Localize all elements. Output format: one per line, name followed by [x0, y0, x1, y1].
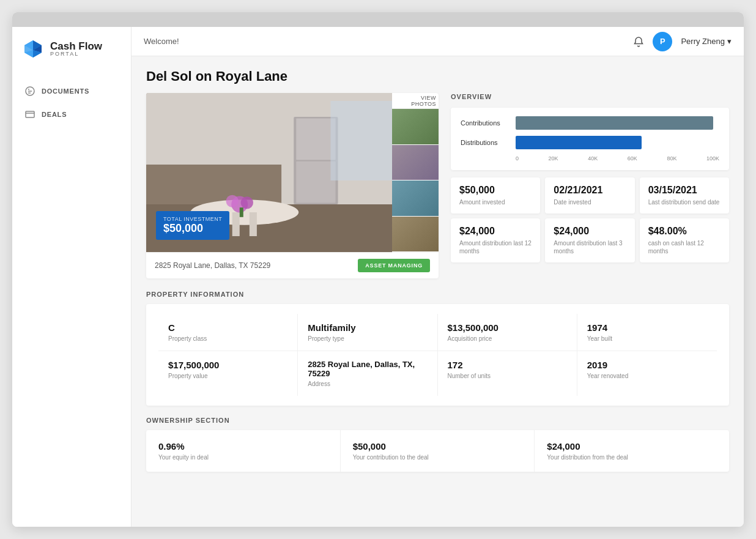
svg-rect-13	[296, 119, 335, 160]
info-property-type-label: Property type	[308, 335, 427, 342]
info-year-renovated-value: 2019	[587, 360, 707, 370]
header-right: P Perry Zheng ▾	[633, 32, 732, 51]
stat-dist-3mo-label: Amount distribution last 3 months	[554, 239, 626, 255]
ownership-distribution-label: Your distribution from the deal	[547, 454, 717, 461]
svg-point-19	[226, 195, 239, 207]
main-layout: Cash Flow PORTAL DOCUMENTS	[12, 27, 744, 527]
property-card: Total investment $50,000 VIEW PHOTOS	[146, 93, 439, 278]
info-num-units-value: 172	[448, 360, 567, 370]
contributions-label: Contributions	[461, 119, 510, 127]
overview-chart: Contributions Distributions	[451, 108, 729, 170]
stat-dist-12mo-label: Amount distribution last 12 months	[459, 239, 532, 255]
overview-title: OVERVIEW	[451, 93, 729, 100]
property-footer: 2825 Royal Lane, Dallas, TX 75229 ASSET …	[146, 252, 439, 278]
stat-dist-12mo: $24,000 Amount distribution last 12 mont…	[451, 218, 540, 262]
info-property-value-label: Property value	[168, 373, 287, 379]
svg-rect-14	[296, 162, 335, 203]
sidebar-nav: DOCUMENTS DEALS	[12, 75, 131, 131]
sidebar-item-documents[interactable]: DOCUMENTS	[12, 80, 131, 103]
ownership-equity: 0.96% Your equity in deal	[146, 430, 341, 472]
axis-60k: 60K	[628, 155, 637, 162]
thumbnail-2[interactable]	[392, 145, 439, 181]
sidebar-deals-label: DEALS	[42, 111, 67, 118]
user-menu[interactable]: Perry Zheng ▾	[681, 37, 732, 46]
info-property-class: C Property class	[158, 314, 298, 351]
info-property-type: Multifamily Property type	[298, 314, 437, 351]
page-title: Del Sol on Royal Lane	[146, 69, 729, 84]
logo: Cash Flow PORTAL	[12, 27, 131, 75]
info-address-label: Address	[308, 381, 427, 387]
overview-card: OVERVIEW Contributions Distributions	[451, 93, 729, 278]
investment-amount: $50,000	[163, 222, 222, 235]
logo-text: Cash Flow PORTAL	[50, 41, 102, 58]
svg-rect-21	[240, 207, 243, 217]
stat-date-invested: 02/21/2021 Date invested	[545, 177, 634, 214]
property-address: 2825 Royal Lane, Dallas, TX 75229	[155, 261, 270, 270]
stat-date-invested-value: 02/21/2021	[554, 185, 626, 196]
chart-row-contributions: Contributions	[461, 116, 719, 130]
info-year-built: 1974 Year built	[577, 314, 717, 351]
stat-cash-on-cash-value: $48.00%	[648, 226, 721, 237]
stats-grid: $50,000 Amount invested 02/21/2021 Date …	[451, 177, 729, 262]
property-info-section: PROPERTY INFORMATION C Property class Mu…	[146, 291, 729, 406]
ownership-distribution: $24,000 Your distribution from the deal	[535, 430, 729, 472]
asset-managing-button[interactable]: ASSET MANAGING	[358, 259, 430, 272]
investment-label: Total investment	[163, 216, 222, 222]
notification-bell-icon[interactable]	[633, 36, 644, 47]
distributions-label: Distributions	[461, 139, 510, 146]
stat-cash-on-cash: $48.00% cash on cash last 12 months	[640, 218, 729, 262]
stat-date-invested-label: Date invested	[554, 198, 626, 206]
svg-rect-22	[331, 101, 393, 180]
sidebar-item-deals[interactable]: DEALS	[12, 103, 131, 126]
distributions-bar	[516, 136, 642, 149]
header: Welcome! P Perry Zheng ▾	[132, 27, 744, 56]
user-name-text: Perry Zheng	[681, 37, 725, 46]
sidebar: Cash Flow PORTAL DOCUMENTS	[12, 27, 132, 527]
ownership-equity-value: 0.96%	[158, 441, 328, 452]
stat-last-distribution: 03/15/2021 Last distribution send date	[640, 177, 729, 214]
logo-portal-text: PORTAL	[50, 51, 102, 58]
ownership-contribution: $50,000 Your contribution to the deal	[341, 430, 535, 472]
axis-80k: 80K	[667, 155, 676, 162]
ownership-contribution-value: $50,000	[353, 441, 522, 452]
ownership-equity-label: Your equity in deal	[158, 454, 328, 461]
svg-rect-11	[146, 165, 281, 204]
axis-0: 0	[516, 155, 519, 162]
main-property-image: Total investment $50,000	[146, 93, 392, 252]
chart-row-distributions: Distributions	[461, 136, 719, 149]
investment-badge: Total investment $50,000	[156, 211, 229, 240]
sidebar-documents-label: DOCUMENTS	[42, 87, 89, 95]
contributions-bar-container	[516, 116, 719, 130]
info-acquisition-price-label: Acquisition price	[448, 335, 567, 342]
app-window: Cash Flow PORTAL DOCUMENTS	[12, 12, 744, 527]
property-info-title: PROPERTY INFORMATION	[146, 291, 729, 298]
axis-20k: 20K	[549, 155, 558, 162]
user-chevron: ▾	[727, 37, 732, 46]
svg-rect-16	[232, 212, 240, 236]
info-num-units-label: Number of units	[448, 373, 567, 379]
thumbnail-3[interactable]	[392, 180, 439, 217]
info-property-value-value: $17,500,000	[168, 360, 287, 370]
view-photos-label[interactable]: VIEW PHOTOS	[392, 93, 439, 109]
ownership-distribution-value: $24,000	[547, 441, 717, 452]
info-acquisition-price-value: $13,500,000	[448, 322, 567, 333]
ownership-title: OWNERSHIP SECTION	[146, 417, 729, 424]
logo-icon	[22, 38, 44, 60]
info-year-built-label: Year built	[587, 335, 707, 342]
avatar: P	[653, 32, 672, 51]
thumbnails: VIEW PHOTOS	[392, 93, 439, 252]
info-acquisition-price: $13,500,000 Acquisition price	[438, 314, 577, 351]
documents-icon	[24, 86, 35, 97]
stat-amount-invested: $50,000 Amount invested	[451, 177, 540, 214]
chart-axis: 0 20K 40K 60K 80K 100K	[461, 155, 719, 162]
stat-last-distribution-value: 03/15/2021	[648, 185, 721, 196]
svg-point-20	[241, 196, 253, 209]
thumbnail-4[interactable]	[392, 217, 439, 253]
welcome-text: Welcome!	[144, 37, 179, 46]
property-images: Total investment $50,000 VIEW PHOTOS	[146, 93, 439, 252]
thumbnail-1[interactable]	[392, 109, 439, 145]
info-year-renovated: 2019 Year renovated	[577, 351, 717, 396]
top-section: Total investment $50,000 VIEW PHOTOS	[146, 93, 729, 278]
stat-dist-3mo-value: $24,000	[554, 226, 626, 237]
content-area: Welcome! P Perry Zheng ▾ Del Sol on Roya…	[132, 27, 744, 527]
